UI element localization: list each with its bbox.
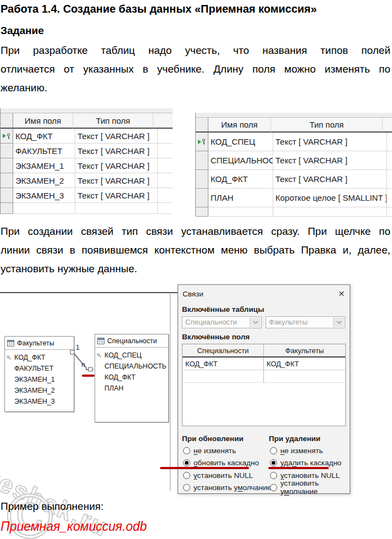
radio-icon[interactable] <box>270 484 277 491</box>
page-title: Работа 1.4. Создание базы данных «Приемн… <box>1 3 391 15</box>
radio-update-set-default[interactable]: установить умолчание <box>183 483 271 492</box>
field-name-cell[interactable]: ФАКУЛЬТЕТ <box>13 144 75 158</box>
worksheet-page: Работа 1.4. Создание базы данных «Приемн… <box>0 0 392 539</box>
paragraph1-line: отличается от указанных в учебнике. Длин… <box>1 62 390 76</box>
column-header-name[interactable]: Имя поля <box>208 118 271 133</box>
table-select-left[interactable]: Специальности <box>182 316 262 328</box>
fields-cell[interactable]: КОД_ФКТ <box>264 358 345 370</box>
row-header[interactable] <box>196 133 208 151</box>
specialties-field-grid: Имя поля Тип поля КОД_СПЕЦ Текст [ VARCH… <box>195 113 392 216</box>
red-annotation-update-cascade <box>160 467 249 469</box>
radio-icon[interactable] <box>183 447 190 454</box>
grid-top-strip <box>1 108 173 113</box>
relation-connector-line[interactable]: 1 n <box>0 292 176 402</box>
active-row-key-marker-icon <box>3 133 10 139</box>
empty-cell[interactable] <box>75 203 158 214</box>
included-fields-table: Специальности Факультеты КОД_ФКТ КОД_ФКТ <box>182 344 346 426</box>
on-delete-group-label: При удалении <box>269 435 321 443</box>
row-header[interactable] <box>1 129 13 144</box>
field-type-cell[interactable]: Текст [ VARCHAR ] <box>75 144 158 158</box>
cardinality-many-label: n <box>81 361 85 369</box>
column-header-type[interactable]: Тип поля <box>271 118 383 133</box>
chevron-down-icon[interactable] <box>333 317 344 327</box>
empty-cell[interactable] <box>273 207 387 217</box>
fields-cell-empty[interactable] <box>183 370 264 382</box>
row-header[interactable] <box>196 189 208 207</box>
on-update-group-label: При обновлении <box>182 435 244 443</box>
row-header[interactable] <box>196 151 208 170</box>
row-header[interactable] <box>1 158 13 173</box>
cardinality-one-label: 1 <box>76 344 80 351</box>
radio-delete-cascade[interactable]: удалить каскадно <box>270 458 341 467</box>
fields-column-header[interactable]: Факультеты <box>264 344 345 356</box>
column-header-extra <box>383 118 392 133</box>
radio-icon-selected[interactable] <box>270 459 277 466</box>
field-type-cell[interactable]: Текст [ VARCHAR ] <box>273 133 387 151</box>
table-select-right[interactable]: Факультеты <box>266 316 345 328</box>
included-tables-label: Включённые таблицы <box>182 305 264 314</box>
field-name-cell[interactable]: СПЕЦИАЛЬНОСТЬ <box>208 151 273 170</box>
radio-icon[interactable] <box>270 472 277 479</box>
radio-icon[interactable] <box>270 447 277 454</box>
field-type-cell[interactable]: Короткое целое [ SMALLINT ] <box>273 189 387 207</box>
field-name-cell[interactable]: КОД_ФКТ <box>13 129 75 144</box>
radio-icon-selected[interactable] <box>183 459 190 466</box>
radio-delete-set-null[interactable]: установить NULL <box>270 471 340 480</box>
radio-delete-no-action[interactable]: не изменять <box>270 446 323 455</box>
radio-icon[interactable] <box>183 472 190 479</box>
faculties-field-grid: Имя поля Тип поля КОД_ФКТ Текст [ VARCHA… <box>0 108 173 214</box>
field-name-cell[interactable]: КОД_ФКТ <box>208 170 273 189</box>
paragraph2-line: установить нужные данные. <box>1 262 390 276</box>
field-type-cell[interactable]: Текст [ VARCHAR ] <box>75 188 158 203</box>
field-name-cell[interactable]: КОД_СПЕЦ <box>208 133 273 151</box>
radio-icon[interactable] <box>183 484 190 491</box>
field-type-cell[interactable]: Текст [ VARCHAR ] <box>75 158 158 173</box>
field-name-cell[interactable]: ЭКЗАМЕН_1 <box>13 158 75 173</box>
radio-update-cascade[interactable]: обновить каскадно <box>183 458 259 467</box>
column-header-name[interactable]: Имя поля <box>13 113 73 129</box>
field-type-cell[interactable]: Текст [ VARCHAR ] <box>75 129 158 144</box>
field-type-cell[interactable]: Текст [ VARCHAR ] <box>75 173 158 188</box>
paragraph1-line: При разработке таблиц надо учесть, что н… <box>1 43 390 58</box>
close-icon[interactable]: ✕ <box>336 289 346 299</box>
red-annotation-delete-cascade <box>268 467 329 469</box>
connector-handle[interactable] <box>89 367 92 371</box>
row-header[interactable] <box>1 144 13 158</box>
empty-cell[interactable] <box>13 203 75 214</box>
relations-dialog: Связи ✕ Включённые таблицы Специальности… <box>178 284 350 494</box>
active-row-key-marker-icon <box>198 139 206 145</box>
empty-cell[interactable] <box>208 207 273 217</box>
row-header[interactable] <box>1 188 13 203</box>
included-fields-label: Включённые поля <box>182 333 250 341</box>
radio-update-set-null[interactable]: установить NULL <box>183 471 253 480</box>
fields-cell-empty[interactable] <box>264 370 345 382</box>
fields-column-header[interactable]: Специальности <box>183 344 264 356</box>
field-name-cell[interactable]: ЭКЗАМЕН_3 <box>13 188 75 203</box>
field-type-cell[interactable]: Текст [ VARCHAR ] <box>273 151 387 170</box>
row-header[interactable] <box>196 170 208 189</box>
chevron-down-icon[interactable] <box>250 317 261 327</box>
field-type-cell[interactable]: Текст [ VARCHAR ] <box>273 170 387 189</box>
grid-top-strip <box>196 113 392 118</box>
field-name-cell[interactable]: ЭКЗАМЕН_2 <box>13 173 75 188</box>
grid-corner <box>196 118 208 133</box>
dialog-title: Связи <box>183 290 203 298</box>
example-file-link[interactable]: Приемная_комиссия.odb <box>1 519 147 534</box>
radio-update-no-action[interactable]: не изменять <box>183 446 236 455</box>
radio-delete-set-default[interactable]: установить умолчание <box>270 483 350 492</box>
column-header-extra <box>153 113 173 129</box>
paragraph2-line: линии связи в появившемся контекстном ме… <box>1 243 390 257</box>
connector-handle[interactable] <box>70 350 74 354</box>
paragraph1-line: желанию. <box>1 81 390 95</box>
grid-corner <box>1 113 13 129</box>
paragraph2-line: При создании связей тип связи устанавлив… <box>1 224 390 239</box>
fields-cell[interactable]: КОД_ФКТ <box>183 358 264 370</box>
field-name-cell[interactable]: ПЛАН <box>208 189 273 207</box>
section-heading: Задание <box>1 25 44 37</box>
row-header[interactable] <box>1 203 13 214</box>
column-header-type[interactable]: Тип поля <box>73 113 153 129</box>
row-header[interactable] <box>1 173 13 188</box>
example-label: Пример выполнения: <box>1 501 103 513</box>
red-annotation-under-n <box>82 375 95 377</box>
row-header[interactable] <box>196 207 208 217</box>
